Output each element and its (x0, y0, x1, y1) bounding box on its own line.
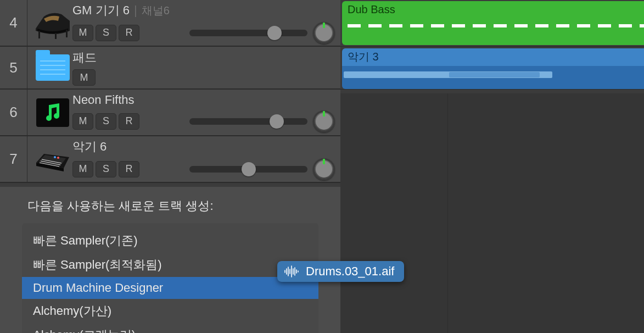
folder-icon (33, 51, 72, 85)
svg-rect-2 (66, 30, 68, 37)
region-label: 악기 3 (342, 48, 644, 66)
svg-point-7 (57, 157, 59, 159)
drag-file-tag[interactable]: Drums.03_01.aif (277, 261, 404, 282)
volume-slider[interactable] (189, 30, 307, 36)
svg-rect-0 (38, 31, 40, 38)
track-number: 6 (0, 90, 27, 136)
track-number: 4 (0, 0, 27, 46)
midi-content-icon (348, 24, 644, 27)
region-dub-bass[interactable]: Dub Bass (342, 1, 644, 45)
popup-item-quick-sampler-original[interactable]: 빠른 Sampler(기존) (22, 229, 318, 253)
record-button[interactable]: R (119, 113, 139, 130)
new-track-popup: 다음을 사용하는 새로운 트랙 생성: 빠른 Sampler(기존) 빠른 Sa… (0, 187, 340, 333)
mute-button[interactable]: M (72, 161, 93, 177)
track-header[interactable]: 패드 M (27, 47, 340, 89)
pan-knob[interactable] (313, 110, 335, 132)
record-button[interactable]: R (119, 161, 139, 177)
region-instrument-3[interactable]: 악기 3 (342, 48, 644, 89)
track-name-label: Neon Fifths (72, 93, 135, 107)
music-note-icon (33, 96, 72, 130)
track-number: 7 (0, 136, 27, 182)
track-header[interactable]: GM 기기 6 | 채널6 M S R (27, 0, 340, 46)
popup-title: 다음을 사용하는 새로운 트랙 생성: (0, 195, 340, 223)
piano-icon (33, 6, 72, 40)
popup-option-list: 빠른 Sampler(기존) 빠른 Sampler(최적화됨) Drum Mac… (22, 223, 318, 333)
track-name-label: 패드 (72, 49, 97, 66)
volume-slider[interactable] (189, 166, 307, 173)
pan-knob[interactable] (313, 158, 335, 180)
svg-point-6 (54, 156, 56, 158)
mute-button[interactable]: M (72, 25, 93, 41)
solo-button[interactable]: S (96, 25, 116, 41)
region-label: Dub Bass (342, 1, 644, 18)
separator: | (134, 3, 137, 18)
track-number: 5 (0, 47, 27, 89)
track-name-label: 악기 6 (72, 138, 107, 155)
keyboard-icon (33, 142, 72, 176)
solo-button[interactable]: S (96, 161, 116, 177)
popup-item-alchemy-granular[interactable]: Alchemy(그래눌러) (22, 323, 318, 333)
solo-button[interactable]: S (96, 113, 116, 130)
record-button[interactable]: R (119, 25, 139, 41)
track-channel-label: 채널6 (142, 3, 170, 18)
track-header[interactable]: Neon Fifths M S R (27, 90, 340, 136)
mute-button[interactable]: M (72, 69, 96, 86)
track-name-label: GM 기기 6 (72, 2, 130, 19)
drag-filename-label: Drums.03_01.aif (306, 264, 394, 279)
popup-item-quick-sampler-optimized[interactable]: 빠른 Sampler(최적화됨) (22, 253, 318, 277)
waveform-icon (284, 265, 299, 278)
volume-slider[interactable] (189, 118, 307, 125)
svg-rect-1 (55, 33, 57, 39)
popup-item-alchemy-additive[interactable]: Alchemy(가산) (22, 299, 318, 323)
arrangement-empty-area[interactable] (340, 93, 644, 333)
pan-knob[interactable] (313, 22, 335, 44)
popup-item-drum-machine-designer[interactable]: Drum Machine Designer (22, 277, 318, 299)
track-header[interactable]: 악기 6 M S R (27, 136, 340, 182)
mute-button[interactable]: M (72, 113, 93, 130)
